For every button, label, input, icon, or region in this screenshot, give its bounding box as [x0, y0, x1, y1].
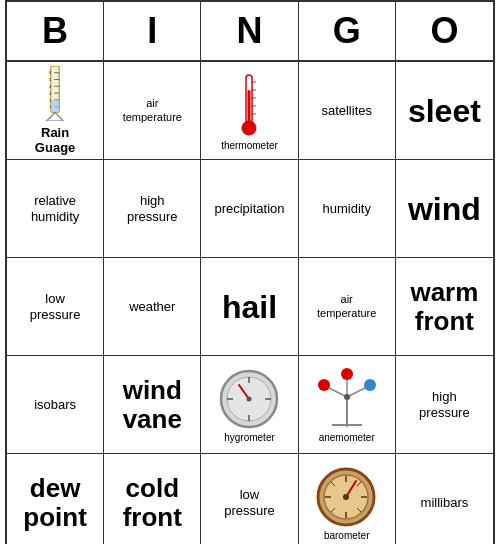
- thermometer-icon: [238, 70, 260, 140]
- cell-o1-text: sleet: [408, 95, 481, 127]
- svg-point-32: [246, 396, 251, 401]
- svg-point-53: [343, 494, 349, 500]
- cell-i5-text: coldfront: [123, 474, 182, 531]
- cell-o4-text: highpressure: [419, 389, 470, 420]
- cell-n2-text: precipitation: [214, 201, 284, 217]
- cell-i4-text: windvane: [123, 376, 182, 433]
- hygrometer-icon: [217, 367, 282, 432]
- cell-i5: coldfront: [104, 454, 201, 544]
- cell-b4: isobars: [7, 356, 104, 454]
- svg-point-41: [344, 394, 350, 400]
- cell-n5: lowpressure: [201, 454, 298, 544]
- rain-gauge-icon: 6 5 4 3 2 1: [40, 66, 70, 121]
- svg-rect-13: [51, 100, 59, 113]
- cell-o2: wind: [396, 160, 493, 258]
- header-g: G: [299, 2, 396, 60]
- cell-g4: anemometer: [299, 356, 396, 454]
- cell-i3: weather: [104, 258, 201, 356]
- cell-b2: relativehumidity: [7, 160, 104, 258]
- svg-line-36: [347, 387, 367, 397]
- svg-point-19: [242, 121, 256, 135]
- cell-i2: highpressure: [104, 160, 201, 258]
- bingo-header: B I N G O: [7, 2, 493, 62]
- header-n: N: [201, 2, 298, 60]
- cell-g3-text: airtemperature: [317, 293, 376, 319]
- thermometer-label: thermometer: [221, 140, 278, 151]
- header-i: I: [104, 2, 201, 60]
- cell-g2-text: humidity: [322, 201, 370, 217]
- cell-o4: highpressure: [396, 356, 493, 454]
- bingo-grid: 6 5 4 3 2 1 RainGuage airtemperature: [7, 62, 493, 544]
- cell-o5-text: millibars: [421, 495, 469, 511]
- cell-n3-text: hail: [222, 291, 277, 323]
- cell-b5: dewpoint: [7, 454, 104, 544]
- cell-b5-text: dewpoint: [23, 474, 87, 531]
- cell-b3-text: lowpressure: [30, 291, 81, 322]
- cell-o1: sleet: [396, 62, 493, 160]
- cell-o2-text: wind: [408, 193, 481, 225]
- cell-b4-text: isobars: [34, 397, 76, 413]
- svg-point-39: [364, 379, 376, 391]
- cell-g2: humidity: [299, 160, 396, 258]
- cell-i1-text: airtemperature: [123, 97, 182, 123]
- anemometer-icon: [317, 367, 377, 432]
- svg-rect-18: [248, 90, 251, 123]
- cell-n5-text: lowpressure: [224, 487, 275, 518]
- cell-g5: barometer: [299, 454, 396, 544]
- svg-line-35: [327, 387, 347, 397]
- cell-i1: airtemperature: [104, 62, 201, 160]
- svg-point-38: [318, 379, 330, 391]
- cell-i4: windvane: [104, 356, 201, 454]
- svg-line-14: [47, 113, 55, 121]
- hygrometer-label: hygrometer: [224, 432, 275, 443]
- header-b: B: [7, 2, 104, 60]
- barometer-icon: [314, 465, 379, 530]
- header-o: O: [396, 2, 493, 60]
- cell-o3-text: warmfront: [410, 278, 478, 335]
- cell-n3: hail: [201, 258, 298, 356]
- cell-o5: millibars: [396, 454, 493, 544]
- cell-b1: 6 5 4 3 2 1 RainGuage: [7, 62, 104, 160]
- cell-n2: precipitation: [201, 160, 298, 258]
- cell-n4: hygrometer: [201, 356, 298, 454]
- svg-line-15: [55, 113, 63, 121]
- barometer-label: barometer: [324, 530, 370, 541]
- cell-n1: thermometer: [201, 62, 298, 160]
- svg-point-40: [341, 368, 353, 380]
- bingo-card: B I N G O 6 5 4: [5, 0, 495, 544]
- cell-b2-text: relativehumidity: [31, 193, 79, 224]
- anemometer-label: anemometer: [319, 432, 375, 443]
- cell-g3: airtemperature: [299, 258, 396, 356]
- cell-i2-text: highpressure: [127, 193, 178, 224]
- cell-b3: lowpressure: [7, 258, 104, 356]
- cell-g1: satellites: [299, 62, 396, 160]
- cell-o3: warmfront: [396, 258, 493, 356]
- cell-g1-text: satellites: [321, 103, 372, 119]
- rain-gauge-label: RainGuage: [35, 125, 75, 155]
- cell-i3-text: weather: [129, 299, 175, 315]
